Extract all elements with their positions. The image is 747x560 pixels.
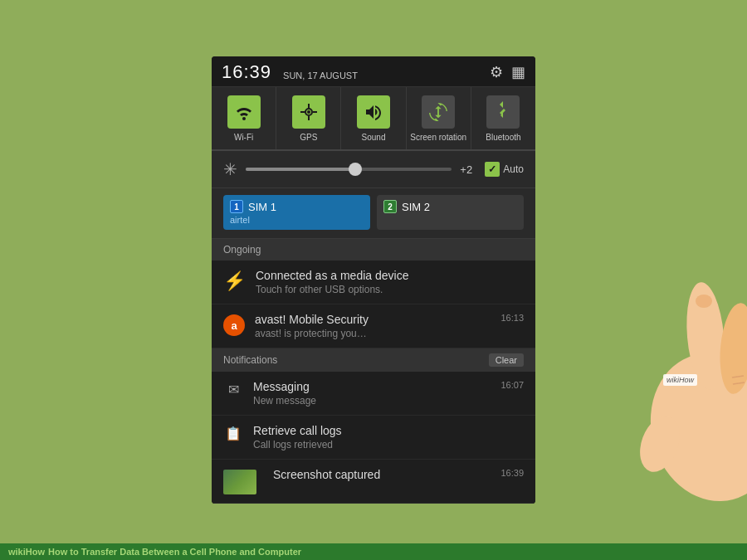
notif-messaging[interactable]: ✉ Messaging New message 16:07 <box>212 372 535 416</box>
notif-calllog-content: Retrieve call logs Call logs retrieved <box>253 424 524 450</box>
toggle-rotation[interactable]: Screen rotation <box>407 87 471 149</box>
sim1-badge: 1 <box>230 200 243 213</box>
svg-line-14 <box>732 376 744 377</box>
bluetooth-label: Bluetooth <box>486 133 520 143</box>
grid-icon[interactable]: ▦ <box>511 63 525 81</box>
svg-point-8 <box>632 411 686 478</box>
notif-messaging-time: 16:07 <box>500 380 524 390</box>
avast-icon: a <box>223 314 245 336</box>
notif-screenshot-content: Screenshot captured <box>273 468 491 481</box>
usb-icon: ⚡ <box>223 270 246 292</box>
notif-messaging-content: Messaging New message <box>253 380 491 407</box>
svg-line-15 <box>733 382 745 384</box>
gps-icon <box>292 95 325 129</box>
wikihow-logo: wikiHow <box>8 547 45 557</box>
calllog-icon: 📋 <box>223 426 243 441</box>
svg-point-0 <box>242 117 246 120</box>
sim1-card[interactable]: 1 SIM 1 airtel <box>223 195 370 230</box>
hand-overlay <box>614 261 747 510</box>
notif-messaging-title: Messaging <box>253 380 491 393</box>
notif-usb-subtitle: Touch for other USB options. <box>256 284 524 295</box>
rotation-label: Screen rotation <box>410 133 466 143</box>
notif-screenshot[interactable]: Screenshot captured 16:39 <box>212 460 535 504</box>
sound-icon <box>357 95 390 129</box>
status-date: SUN, 17 AUGUST <box>283 71 358 83</box>
notif-avast-time: 16:13 <box>500 313 524 323</box>
notif-usb-content: Connected as a media device Touch for ot… <box>256 269 524 295</box>
rotation-icon <box>422 95 455 129</box>
status-icons: ⚙ ▦ <box>490 63 525 81</box>
wikihow-footer: wikiHow How to Transfer Data Between a C… <box>0 543 747 560</box>
gps-label: GPS <box>300 133 317 143</box>
brightness-slider[interactable] <box>246 168 452 171</box>
notif-screenshot-time: 16:39 <box>500 468 524 478</box>
wifi-icon <box>227 95 261 129</box>
sim1-carrier: airtel <box>230 215 364 225</box>
notif-avast-title: avast! Mobile Security <box>255 313 491 326</box>
sim2-badge: 2 <box>383 200 397 213</box>
toggle-sound[interactable]: Sound <box>341 87 406 149</box>
wikihow-footer-text: How to Transfer Data Between a Cell Phon… <box>48 547 301 557</box>
notif-screenshot-title: Screenshot captured <box>273 468 491 481</box>
notif-calllog[interactable]: 📋 Retrieve call logs Call logs retrieved <box>212 416 535 460</box>
svg-point-7 <box>634 339 747 510</box>
status-time: 16:39 <box>222 61 271 83</box>
bluetooth-icon <box>486 95 520 129</box>
svg-point-6 <box>307 110 310 114</box>
clear-button[interactable]: Clear <box>489 353 524 367</box>
svg-point-11 <box>742 326 747 405</box>
svg-point-10 <box>716 301 747 395</box>
toggle-bluetooth[interactable]: Bluetooth <box>471 87 535 149</box>
notif-calllog-title: Retrieve call logs <box>253 424 524 437</box>
brightness-value: +2 <box>460 163 476 176</box>
sim1-name: SIM 1 <box>248 201 276 213</box>
ongoing-header: Ongoing <box>212 239 535 261</box>
settings-icon[interactable]: ⚙ <box>490 63 503 81</box>
notif-calllog-subtitle: Call logs retrieved <box>253 439 524 450</box>
wifi-label: Wi-Fi <box>234 133 253 143</box>
notif-avast[interactable]: a avast! Mobile Security avast! is prote… <box>212 304 535 348</box>
notif-messaging-subtitle: New message <box>253 395 491 407</box>
notif-avast-content: avast! Mobile Security avast! is protect… <box>255 313 491 339</box>
sound-label: Sound <box>362 133 386 143</box>
sim-row: 1 SIM 1 airtel 2 SIM 2 <box>212 188 535 239</box>
phone-screen: 16:39 SUN, 17 AUGUST ⚙ ▦ Wi-Fi <box>212 56 535 504</box>
svg-point-13 <box>696 295 712 308</box>
status-bar: 16:39 SUN, 17 AUGUST ⚙ ▦ <box>212 56 535 87</box>
notif-usb[interactable]: ⚡ Connected as a media device Touch for … <box>212 261 535 304</box>
screenshot-thumbnail <box>223 470 256 494</box>
toggle-wifi[interactable]: Wi-Fi <box>212 87 276 149</box>
sim2-card[interactable]: 2 SIM 2 <box>377 195 524 230</box>
toggle-gps[interactable]: GPS <box>276 87 341 149</box>
auto-checkbox[interactable]: ✓ <box>485 162 500 177</box>
messaging-icon: ✉ <box>223 382 243 397</box>
quick-toggles-row: Wi-Fi GPS <box>212 87 535 151</box>
brightness-auto[interactable]: ✓ Auto <box>485 162 524 177</box>
notif-usb-title: Connected as a media device <box>256 269 524 282</box>
brightness-icon: ✳ <box>223 159 237 179</box>
wikihow-watermark: wikiHow <box>663 374 697 386</box>
auto-label: Auto <box>503 163 524 175</box>
brightness-row: ✳ +2 ✓ Auto <box>212 151 535 188</box>
notifications-label: Notifications <box>223 354 277 366</box>
notif-avast-subtitle: avast! is protecting you… <box>255 328 491 339</box>
sim2-name: SIM 2 <box>402 201 430 213</box>
notifications-header: Notifications Clear <box>212 348 535 372</box>
